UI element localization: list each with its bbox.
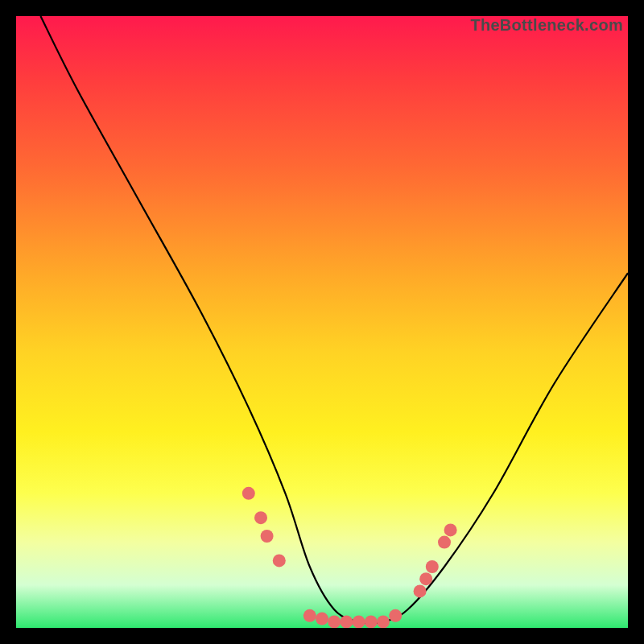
highlight-dot [303, 609, 316, 622]
chart-svg [16, 16, 628, 628]
highlight-dot [365, 615, 378, 628]
watermark-text: TheBottleneck.com [470, 16, 623, 35]
highlight-dot [444, 523, 457, 536]
highlight-dot [426, 560, 439, 573]
chart-frame: TheBottleneck.com [16, 16, 628, 628]
highlight-dot [273, 554, 286, 567]
bottleneck-curve [40, 16, 628, 623]
highlight-dot [328, 615, 341, 628]
highlight-dot [353, 615, 365, 628]
highlight-dot [316, 613, 328, 625]
highlight-dot [389, 609, 402, 622]
highlight-dot [377, 615, 390, 628]
marker-layer [242, 487, 457, 628]
highlight-dot [261, 530, 274, 543]
highlight-dot [414, 584, 427, 597]
curve-layer [40, 16, 628, 623]
highlight-dot [242, 487, 255, 500]
highlight-dot [419, 572, 432, 585]
highlight-dot [254, 511, 267, 524]
highlight-dot [340, 615, 353, 628]
highlight-dot [438, 536, 451, 549]
